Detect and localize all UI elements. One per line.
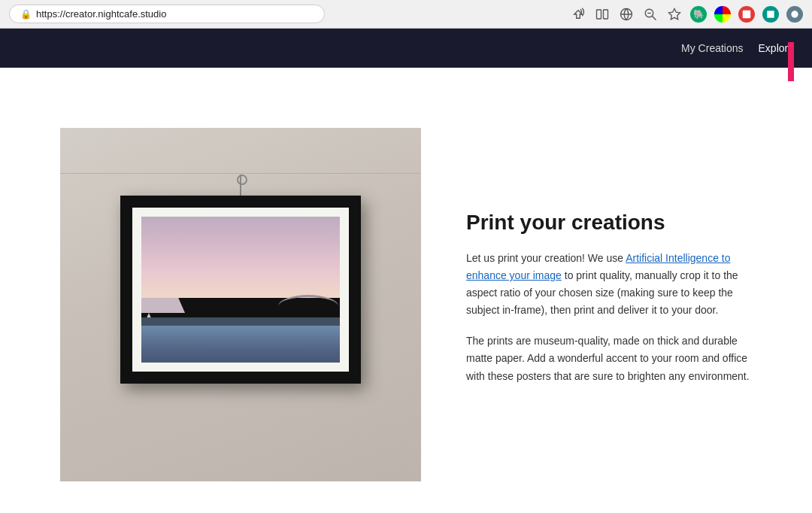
svg-rect-7	[743, 10, 751, 18]
gray-extension-icon[interactable]	[786, 6, 803, 23]
ceiling-line	[60, 173, 421, 174]
address-bar[interactable]: 🔒 https://creator.nightcafe.studio	[9, 5, 325, 23]
svg-point-8	[791, 11, 798, 17]
harbour-bridge	[278, 295, 338, 317]
url-text: https://creator.nightcafe.studio	[36, 8, 166, 20]
print-title: Print your creations	[466, 211, 752, 235]
browser-chrome: 🔒 https://creator.nightcafe.studio	[0, 0, 812, 29]
favorites-icon[interactable]	[666, 6, 683, 23]
teal-extension-icon[interactable]	[762, 6, 779, 23]
page-gap	[0, 68, 812, 128]
browser-icons: 🐘	[570, 6, 803, 23]
artwork-water	[132, 323, 349, 372]
my-creations-nav-link[interactable]: My Creations	[681, 42, 743, 54]
artwork-image-container	[60, 128, 421, 481]
picture-hook	[240, 175, 241, 197]
artwork-ground	[132, 317, 349, 326]
browser-toolbar: 🔒 https://creator.nightcafe.studio	[0, 0, 812, 28]
immersive-reader-icon[interactable]	[594, 6, 611, 23]
svg-line-4	[652, 16, 656, 20]
site-header: My Creations Explore	[0, 29, 812, 68]
frame-inner	[132, 208, 349, 372]
read-aloud-icon[interactable]	[570, 6, 586, 23]
print-description-1: Let us print your creation! We use Artif…	[466, 250, 752, 319]
lock-icon: 🔒	[20, 9, 32, 20]
artwork-sky	[132, 208, 349, 298]
desc1-part1: Let us print your creation! We use	[466, 252, 626, 264]
svg-rect-1	[604, 10, 608, 19]
zoom-icon[interactable]	[642, 6, 659, 23]
picture-frame	[120, 196, 361, 384]
header-nav: My Creations Explore	[681, 42, 794, 54]
image-section	[60, 128, 421, 481]
translate-icon[interactable]	[618, 6, 635, 23]
room-background	[60, 128, 421, 481]
svg-rect-0	[597, 10, 601, 19]
text-section: Print your creations Let us print your c…	[466, 128, 752, 385]
artwork-canvas	[132, 208, 349, 372]
evernote-extension-icon[interactable]: 🐘	[690, 6, 707, 23]
colorful-extension-icon[interactable]	[714, 6, 731, 23]
red-extension-icon[interactable]	[738, 6, 755, 23]
main-content: Print your creations Let us print your c…	[0, 128, 812, 513]
print-description-2: The prints are museum-quality, made on t…	[466, 332, 752, 384]
svg-marker-6	[669, 8, 680, 19]
accent-bar	[788, 42, 794, 81]
